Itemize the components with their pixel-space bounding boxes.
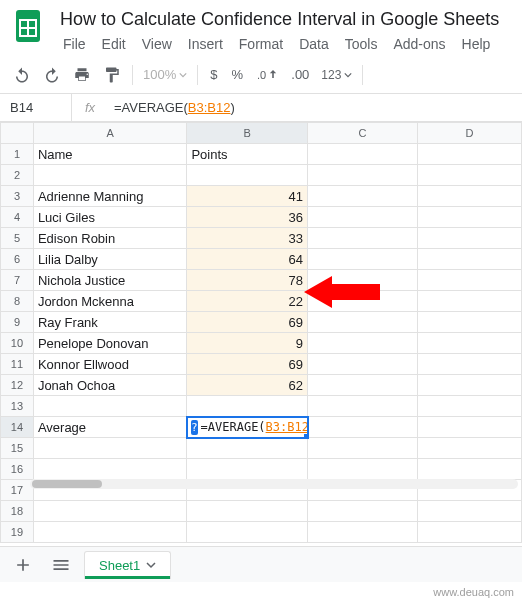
row-header[interactable]: 12 — [1, 375, 34, 396]
menu-view[interactable]: View — [135, 34, 179, 54]
cell[interactable]: 41 — [187, 186, 308, 207]
cell[interactable] — [33, 396, 187, 417]
redo-button[interactable] — [38, 61, 66, 89]
row-header[interactable]: 10 — [1, 333, 34, 354]
print-button[interactable] — [68, 61, 96, 89]
col-header-C[interactable]: C — [308, 123, 418, 144]
cell[interactable] — [417, 270, 521, 291]
number-format-select[interactable]: 123 — [317, 68, 356, 82]
all-sheets-button[interactable] — [46, 550, 76, 580]
horizontal-scrollbar[interactable] — [30, 479, 518, 489]
cell[interactable] — [417, 291, 521, 312]
col-header-A[interactable]: A — [33, 123, 187, 144]
cell[interactable]: 9 — [187, 333, 308, 354]
row-header[interactable]: 1 — [1, 144, 34, 165]
decrease-decimal-button[interactable]: .0 — [251, 67, 283, 82]
cell[interactable] — [308, 144, 418, 165]
cell[interactable] — [308, 522, 418, 543]
select-all-corner[interactable] — [1, 123, 34, 144]
cell[interactable] — [417, 354, 521, 375]
cell[interactable] — [417, 144, 521, 165]
row-header[interactable]: 6 — [1, 249, 34, 270]
cell[interactable] — [308, 249, 418, 270]
row-header[interactable]: 9 — [1, 312, 34, 333]
cell[interactable] — [417, 417, 521, 438]
cell[interactable]: 33 — [187, 228, 308, 249]
row-header[interactable]: 15 — [1, 438, 34, 459]
increase-decimal-button[interactable]: .00 — [285, 67, 315, 82]
row-header[interactable]: 16 — [1, 459, 34, 480]
cell[interactable] — [308, 354, 418, 375]
cell[interactable]: 62 — [187, 375, 308, 396]
undo-button[interactable] — [8, 61, 36, 89]
add-sheet-button[interactable] — [8, 550, 38, 580]
active-cell[interactable]: ?=AVERAGE(B3:B12) — [187, 417, 308, 438]
cell[interactable]: 64 — [187, 249, 308, 270]
cell[interactable] — [308, 291, 418, 312]
cell[interactable]: Lilia Dalby — [33, 249, 187, 270]
cell[interactable] — [308, 375, 418, 396]
cell[interactable] — [417, 375, 521, 396]
row-header[interactable]: 2 — [1, 165, 34, 186]
row-header[interactable]: 5 — [1, 228, 34, 249]
cell[interactable] — [417, 396, 521, 417]
cell[interactable] — [417, 438, 521, 459]
cell[interactable]: Average — [33, 417, 187, 438]
cell[interactable] — [308, 312, 418, 333]
cell[interactable]: Points — [187, 144, 308, 165]
cell[interactable] — [33, 459, 187, 480]
cell[interactable] — [33, 522, 187, 543]
row-header[interactable]: 7 — [1, 270, 34, 291]
row-header[interactable]: 3 — [1, 186, 34, 207]
cell[interactable]: Penelope Donovan — [33, 333, 187, 354]
formula-input[interactable]: =AVERAGE(B3:B12) — [108, 100, 522, 115]
cell[interactable]: 36 — [187, 207, 308, 228]
cell[interactable]: Konnor Ellwood — [33, 354, 187, 375]
cell[interactable]: Edison Robin — [33, 228, 187, 249]
cell[interactable] — [417, 228, 521, 249]
cell[interactable] — [308, 396, 418, 417]
cell[interactable] — [308, 459, 418, 480]
cell[interactable]: Jonah Ochoa — [33, 375, 187, 396]
cell[interactable]: Name — [33, 144, 187, 165]
col-header-B[interactable]: B — [187, 123, 308, 144]
menu-help[interactable]: Help — [455, 34, 498, 54]
cell[interactable]: 78 — [187, 270, 308, 291]
cell[interactable] — [187, 459, 308, 480]
cell[interactable] — [417, 522, 521, 543]
cell[interactable] — [417, 333, 521, 354]
cell[interactable] — [187, 396, 308, 417]
row-header[interactable]: 18 — [1, 501, 34, 522]
currency-button[interactable]: $ — [204, 67, 223, 82]
cell[interactable] — [33, 165, 187, 186]
cell[interactable] — [308, 228, 418, 249]
cell[interactable]: Jordon Mckenna — [33, 291, 187, 312]
cell[interactable] — [308, 333, 418, 354]
cell[interactable] — [417, 501, 521, 522]
cell[interactable] — [308, 438, 418, 459]
row-header[interactable]: 13 — [1, 396, 34, 417]
cell[interactable] — [417, 186, 521, 207]
cell[interactable]: Adrienne Manning — [33, 186, 187, 207]
row-header[interactable]: 4 — [1, 207, 34, 228]
menu-insert[interactable]: Insert — [181, 34, 230, 54]
sheet-tab-active[interactable]: Sheet1 — [84, 551, 171, 579]
paint-format-button[interactable] — [98, 61, 126, 89]
cell[interactable] — [417, 207, 521, 228]
menu-file[interactable]: File — [56, 34, 93, 54]
cell[interactable] — [308, 501, 418, 522]
cell[interactable]: 22 — [187, 291, 308, 312]
row-header[interactable]: 11 — [1, 354, 34, 375]
cell[interactable]: Ray Frank — [33, 312, 187, 333]
menu-format[interactable]: Format — [232, 34, 290, 54]
cell[interactable] — [417, 312, 521, 333]
document-title[interactable]: How to Calculate Confidence Interval in … — [56, 6, 514, 32]
cell[interactable]: 69 — [187, 354, 308, 375]
row-header[interactable]: 19 — [1, 522, 34, 543]
col-header-D[interactable]: D — [417, 123, 521, 144]
cell[interactable] — [187, 522, 308, 543]
cell[interactable] — [33, 438, 187, 459]
cell[interactable] — [308, 270, 418, 291]
cell[interactable] — [187, 501, 308, 522]
cell[interactable] — [33, 501, 187, 522]
